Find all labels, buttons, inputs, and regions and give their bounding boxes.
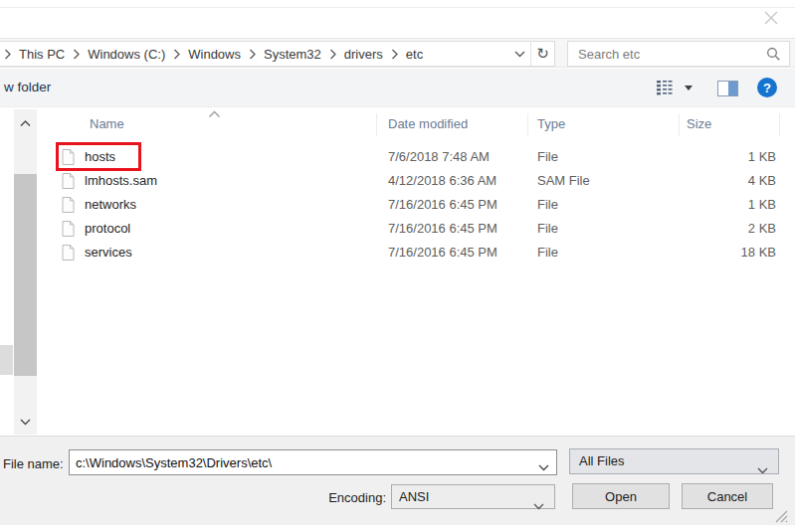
views-button[interactable] bbox=[655, 80, 675, 96]
column-divider bbox=[376, 113, 377, 136]
file-size: 1 KB bbox=[642, 197, 776, 212]
column-header-name[interactable]: Name bbox=[90, 116, 124, 131]
chevron-right-icon bbox=[390, 49, 399, 60]
preview-pane-icon bbox=[728, 82, 737, 95]
file-type: File bbox=[537, 197, 558, 212]
sort-ascending-icon bbox=[208, 106, 221, 121]
open-button-label: Open bbox=[605, 489, 637, 504]
details-view-icon bbox=[655, 80, 675, 96]
file-type: File bbox=[537, 245, 558, 260]
cancel-button-label: Cancel bbox=[707, 489, 747, 504]
file-listing: Name Date modified Type Size hosts 7/6/2… bbox=[45, 107, 781, 436]
search-input[interactable] bbox=[568, 42, 773, 66]
chevron-right-icon bbox=[72, 49, 81, 60]
file-name: networks bbox=[85, 197, 136, 212]
file-name-input[interactable] bbox=[70, 450, 535, 474]
file-rows: hosts 7/6/2018 7:48 AM File 1 KB lmhosts… bbox=[45, 145, 781, 265]
file-date-modified: 7/16/2016 6:45 PM bbox=[388, 245, 497, 260]
help-button[interactable]: ? bbox=[757, 78, 777, 97]
file-icon bbox=[62, 173, 75, 192]
file-size: 1 KB bbox=[642, 149, 776, 164]
file-type: File bbox=[537, 149, 558, 164]
column-header-size[interactable]: Size bbox=[687, 116, 711, 131]
help-icon: ? bbox=[763, 81, 771, 95]
file-type-value: All Files bbox=[579, 453, 625, 468]
file-date-modified: 4/12/2018 6:36 AM bbox=[388, 173, 497, 188]
scroll-up-icon[interactable] bbox=[20, 115, 31, 130]
address-toolbar: This PC Windows (C:) Windows System32 dr… bbox=[0, 38, 795, 68]
file-name: hosts bbox=[85, 149, 115, 164]
file-size: 2 KB bbox=[642, 221, 776, 236]
chevron-right-icon bbox=[328, 49, 337, 60]
file-type: File bbox=[537, 221, 558, 236]
chevron-right-icon bbox=[172, 49, 181, 60]
table-row-protocol[interactable]: protocol 7/16/2016 6:45 PM File 2 KB bbox=[45, 217, 781, 241]
chevron-right-icon bbox=[248, 49, 257, 60]
close-icon bbox=[764, 11, 778, 25]
open-file-dialog: This PC Windows (C:) Windows System32 dr… bbox=[0, 0, 795, 532]
breadcrumb-item-drivers[interactable]: drivers bbox=[337, 47, 390, 62]
file-date-modified: 7/6/2018 7:48 AM bbox=[388, 149, 490, 164]
breadcrumb-item-this-pc[interactable]: This PC bbox=[12, 47, 72, 62]
nav-pane-edge bbox=[0, 345, 13, 375]
scroll-down-icon[interactable] bbox=[20, 414, 31, 429]
nav-pane-scrollbar[interactable] bbox=[14, 109, 37, 435]
table-row-services[interactable]: services 7/16/2016 6:45 PM File 18 KB bbox=[45, 241, 781, 265]
file-browser-area: Name Date modified Type Size hosts 7/6/2… bbox=[0, 107, 795, 436]
resize-grip[interactable] bbox=[775, 510, 788, 526]
table-row-lmhosts[interactable]: lmhosts.sam 4/12/2018 6:36 AM SAM File 4… bbox=[45, 169, 781, 193]
encoding-value: ANSI bbox=[399, 489, 429, 504]
table-row-hosts[interactable]: hosts 7/6/2018 7:48 AM File 1 KB bbox=[45, 145, 781, 169]
chevron-right-icon bbox=[3, 49, 12, 60]
refresh-button[interactable]: ↻ bbox=[530, 42, 554, 66]
file-size: 18 KB bbox=[642, 245, 776, 260]
dialog-footer: File name: All Files Encoding: ANSI Open… bbox=[0, 436, 795, 525]
chevron-down-icon bbox=[757, 458, 768, 482]
encoding-label: Encoding: bbox=[326, 490, 386, 505]
close-button[interactable] bbox=[760, 7, 782, 29]
breadcrumb-item-system32[interactable]: System32 bbox=[257, 47, 328, 62]
search-icon bbox=[766, 47, 781, 65]
file-name-dropdown-icon[interactable] bbox=[538, 459, 549, 474]
search-box[interactable] bbox=[567, 41, 790, 67]
file-date-modified: 7/16/2016 6:45 PM bbox=[388, 197, 497, 212]
views-dropdown-caret-icon[interactable] bbox=[685, 86, 693, 90]
file-name: lmhosts.sam bbox=[85, 173, 157, 188]
column-header-type[interactable]: Type bbox=[537, 116, 565, 131]
chevron-down-icon bbox=[514, 51, 525, 58]
preview-pane-button[interactable] bbox=[717, 81, 738, 96]
cancel-button[interactable]: Cancel bbox=[682, 483, 773, 509]
file-name-combo[interactable] bbox=[69, 449, 557, 475]
column-header-row: Name Date modified Type Size bbox=[45, 111, 781, 137]
chevron-down-icon bbox=[533, 494, 544, 517]
file-name: services bbox=[85, 245, 132, 260]
file-name-label: File name: bbox=[3, 456, 64, 471]
new-folder-button[interactable]: w folder bbox=[4, 80, 51, 94]
breadcrumb-item-windows[interactable]: Windows bbox=[181, 47, 248, 62]
address-dropdown-button[interactable] bbox=[508, 42, 530, 66]
file-icon bbox=[62, 245, 75, 264]
column-divider bbox=[527, 113, 528, 136]
column-header-date-modified[interactable]: Date modified bbox=[388, 116, 468, 131]
file-date-modified: 7/16/2016 6:45 PM bbox=[388, 221, 497, 236]
file-icon bbox=[62, 221, 75, 240]
open-button[interactable]: Open bbox=[572, 483, 670, 509]
breadcrumb-item-etc[interactable]: etc bbox=[399, 47, 430, 62]
file-icon bbox=[62, 149, 75, 168]
file-type: SAM File bbox=[537, 173, 590, 188]
scrollbar-thumb[interactable] bbox=[14, 174, 37, 376]
column-divider bbox=[679, 113, 680, 136]
breadcrumb-item-windows-c[interactable]: Windows (C:) bbox=[81, 47, 172, 62]
file-size: 4 KB bbox=[642, 173, 776, 188]
table-row-networks[interactable]: networks 7/16/2016 6:45 PM File 1 KB bbox=[45, 193, 781, 217]
column-divider bbox=[779, 113, 780, 136]
command-toolbar: w folder ? bbox=[0, 69, 795, 107]
encoding-select[interactable]: ANSI bbox=[391, 484, 555, 509]
file-icon bbox=[62, 197, 75, 216]
file-name: protocol bbox=[85, 221, 130, 236]
titlebar-divider bbox=[0, 7, 795, 8]
address-bar[interactable]: This PC Windows (C:) Windows System32 dr… bbox=[0, 41, 555, 67]
file-type-select[interactable]: All Files bbox=[569, 448, 779, 474]
